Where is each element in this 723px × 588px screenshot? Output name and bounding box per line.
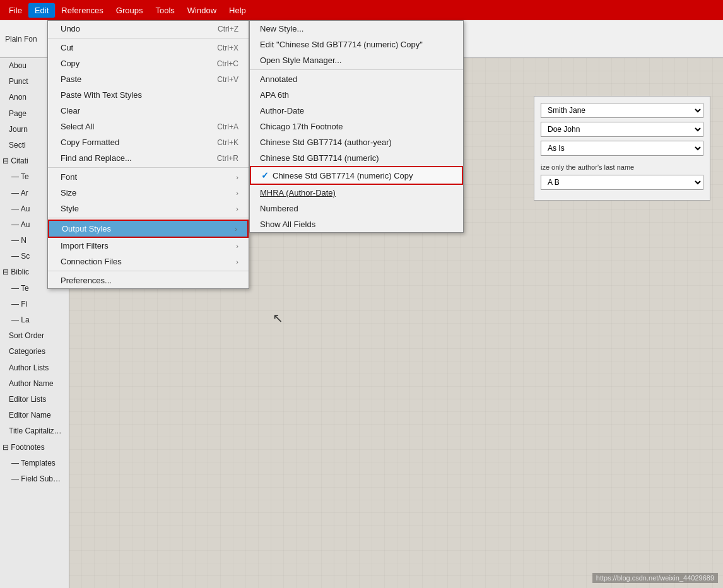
menu-size[interactable]: Size ›	[48, 185, 249, 201]
paste-text-label: Paste With Text Styles	[61, 90, 142, 100]
clear-label: Clear	[61, 106, 80, 115]
menu-edit[interactable]: Edit	[28, 3, 55, 18]
menu-file[interactable]: File	[3, 3, 28, 18]
undo-shortcut: Ctrl+Z	[218, 25, 238, 33]
submenu-apa6[interactable]: APA 6th	[250, 87, 463, 103]
submenu-gbt7714-copy[interactable]: ✓ Chinese Std GBT7714 (numeric) Copy	[250, 166, 463, 185]
menu-find-replace[interactable]: Find and Replace... Ctrl+R	[48, 150, 249, 166]
check-icon: ✓	[261, 170, 269, 180]
submenu-author-date[interactable]: Author-Date	[250, 103, 463, 119]
paste-label: Paste	[61, 74, 81, 84]
menu-cut[interactable]: Cut Ctrl+X	[48, 40, 249, 56]
cut-shortcut: Ctrl+X	[217, 44, 238, 52]
submenu-edit-style[interactable]: Edit "Chinese Std GBT7714 (numeric) Copy…	[250, 37, 463, 52]
menu-references[interactable]: References	[55, 3, 109, 18]
menu-copy[interactable]: Copy Ctrl+C	[48, 56, 249, 71]
style-arrow: ›	[236, 205, 238, 213]
font-arrow: ›	[236, 173, 238, 181]
menu-sep-3	[48, 218, 249, 218]
import-filters-label: Import Filters	[61, 241, 109, 250]
find-replace-shortcut: Ctrl+R	[217, 154, 238, 163]
menu-tools[interactable]: Tools	[149, 3, 180, 18]
menu-undo[interactable]: Undo Ctrl+Z	[48, 21, 249, 37]
edit-menu-dropdown: Undo Ctrl+Z Cut Ctrl+X Copy Ctrl+C Paste…	[47, 20, 249, 289]
menu-connection-files[interactable]: Connection Files ›	[48, 254, 249, 269]
sidebar-item-templates[interactable]: — Templates	[0, 456, 69, 471]
select-all-label: Select All	[61, 122, 94, 131]
author-dropdown-1[interactable]: Smith Jane Jane Smith	[541, 103, 703, 118]
menu-select-all[interactable]: Select All Ctrl+A	[48, 119, 249, 134]
submenu-annotated[interactable]: Annotated	[250, 71, 463, 87]
menu-clear[interactable]: Clear	[48, 103, 249, 119]
output-styles-label: Output Styles	[62, 224, 111, 233]
menu-style[interactable]: Style ›	[48, 201, 249, 216]
sidebar-item-sort-order[interactable]: Sort Order	[0, 328, 69, 344]
sidebar-item-title-cap[interactable]: Title Capitalization	[0, 423, 69, 439]
menu-paste[interactable]: Paste Ctrl+V	[48, 71, 249, 87]
submenu-gbt7714-numeric[interactable]: Chinese Std GBT7714 (numeric)	[250, 150, 463, 166]
menu-preferences[interactable]: Preferences...	[48, 273, 249, 288]
sidebar-item-fi[interactable]: — Fi	[0, 297, 69, 312]
author-note-text: ize only the author's last name	[541, 163, 703, 171]
submenu-numbered[interactable]: Numbered	[250, 201, 463, 216]
menu-paste-text[interactable]: Paste With Text Styles	[48, 87, 249, 103]
select-all-shortcut: Ctrl+A	[217, 122, 238, 131]
sidebar-item-author-lists[interactable]: Author Lists	[0, 360, 69, 376]
connection-files-label: Connection Files	[61, 257, 122, 266]
plain-font-label: Plain Fon	[5, 35, 37, 44]
paste-shortcut: Ctrl+V	[217, 75, 238, 84]
menu-copy-formatted[interactable]: Copy Formatted Ctrl+K	[48, 134, 249, 150]
sidebar-item-editor-lists[interactable]: Editor Lists	[0, 392, 69, 408]
output-styles-submenu: New Style... Edit "Chinese Std GBT7714 (…	[249, 20, 464, 233]
cut-label: Cut	[61, 43, 73, 52]
sidebar-item-la[interactable]: — La	[0, 312, 69, 328]
submenu-mhra[interactable]: MHRA (Author-Date)	[250, 185, 463, 201]
menu-window[interactable]: Window	[181, 3, 223, 18]
submenu-gbt7714-author[interactable]: Chinese Std GBT7714 (author-year)	[250, 134, 463, 150]
author-panel: Smith Jane Jane Smith Doe John John Doe …	[534, 96, 710, 201]
sidebar-item-author-name[interactable]: Author Name	[0, 376, 69, 392]
menu-groups[interactable]: Groups	[110, 3, 150, 18]
sidebar-item-categories[interactable]: Categories	[0, 344, 69, 360]
sidebar-item-editor-name[interactable]: Editor Name	[0, 408, 69, 423]
menu-sep-2	[48, 167, 249, 168]
menu-import-filters[interactable]: Import Filters ›	[48, 238, 249, 254]
submenu-chicago[interactable]: Chicago 17th Footnote	[250, 119, 463, 134]
style-label: Style	[61, 204, 79, 213]
size-label: Size	[61, 188, 76, 197]
font-label: Font	[61, 172, 77, 182]
connection-files-arrow: ›	[236, 258, 238, 266]
import-filters-arrow: ›	[236, 242, 238, 250]
author-ab-section: A B A. B.	[541, 175, 703, 194]
size-arrow: ›	[236, 189, 238, 197]
menu-font[interactable]: Font ›	[48, 169, 249, 185]
copy-formatted-label: Copy Formatted	[61, 138, 119, 147]
author-dropdown-4[interactable]: A B A. B.	[541, 175, 703, 190]
submenu-open-manager[interactable]: Open Style Manager...	[250, 52, 463, 68]
watermark: https://blog.csdn.net/weixin_44029689	[592, 573, 718, 583]
submenu-show-all[interactable]: Show All Fields	[250, 216, 463, 232]
menu-help[interactable]: Help	[223, 3, 252, 18]
menu-sep-4	[48, 271, 249, 271]
output-styles-arrow: ›	[235, 225, 237, 233]
copy-shortcut: Ctrl+C	[217, 59, 238, 68]
menu-output-styles[interactable]: Output Styles ›	[48, 220, 249, 238]
author-dropdown-3[interactable]: As Is Last Name First	[541, 141, 703, 156]
menu-sep-1	[48, 38, 249, 38]
submenu-sep-1	[250, 69, 463, 70]
submenu-new-style[interactable]: New Style...	[250, 21, 463, 37]
sidebar-item-field-sub[interactable]: — Field Substitutions	[0, 471, 69, 487]
preferences-label: Preferences...	[61, 276, 112, 285]
sidebar-item-footnotes[interactable]: ⊟ Footnotes	[0, 440, 69, 456]
copy-label: Copy	[61, 59, 79, 68]
find-replace-label: Find and Replace...	[61, 153, 132, 163]
copy-formatted-shortcut: Ctrl+K	[217, 138, 238, 147]
author-dropdown-2[interactable]: Doe John John Doe	[541, 122, 703, 137]
gbt7714-copy-label: Chinese Std GBT7714 (numeric) Copy	[273, 171, 413, 180]
menu-bar: File Edit References Groups Tools Window…	[0, 0, 723, 20]
undo-label: Undo	[61, 24, 80, 33]
